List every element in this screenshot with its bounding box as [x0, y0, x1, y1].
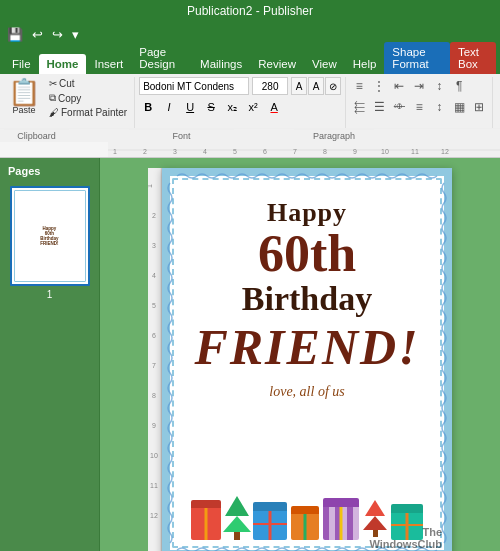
vertical-ruler: 1 2 3 4 5 6 7 8 9 10 11 12 — [148, 168, 162, 551]
card-birthday-text: Birthday — [242, 280, 372, 318]
paste-button[interactable]: 📋 Paste — [4, 77, 44, 117]
horizontal-ruler: // ticks will be drawn inline 1 2 3 4 5 … — [0, 142, 500, 158]
svg-text:7: 7 — [152, 362, 156, 369]
tab-help[interactable]: Help — [345, 54, 385, 74]
strikethrough-button[interactable]: S — [202, 98, 220, 116]
tree-trunk — [234, 532, 240, 540]
font-size-increase[interactable]: A — [291, 77, 307, 95]
card-happy-text: Happy — [267, 198, 347, 228]
subscript-icon: x₂ — [227, 101, 237, 114]
publication-card[interactable]: Happy 60th Birthday FRIEND! love, all of… — [162, 168, 452, 551]
v-ruler-svg: 1 2 3 4 5 6 7 8 9 10 11 12 — [148, 168, 162, 551]
svg-text:11: 11 — [411, 148, 419, 155]
italic-button[interactable]: I — [160, 98, 178, 116]
gift-ribbon-v-3 — [269, 511, 272, 540]
font-group: A A ⊘ B I U S x₂ x² A — [135, 77, 346, 128]
svg-text:10: 10 — [150, 452, 158, 459]
tab-view[interactable]: View — [304, 54, 345, 74]
save-quick-btn[interactable]: 💾 — [4, 27, 26, 42]
paragraph-group-label: Paragraph — [294, 129, 374, 142]
font-name-input[interactable] — [139, 77, 249, 95]
customize-quick-access[interactable]: ▾ — [69, 27, 82, 42]
copy-button[interactable]: ⧉ Copy — [46, 91, 130, 105]
subscript-button[interactable]: x₂ — [223, 98, 241, 116]
ruler-svg: // ticks will be drawn inline 1 2 3 4 5 … — [108, 142, 500, 158]
tab-shape-format[interactable]: Shape Format — [384, 42, 450, 74]
numbering-button[interactable]: ⋮ — [370, 77, 388, 95]
copy-icon: ⧉ — [49, 92, 56, 104]
tab-file[interactable]: File — [4, 54, 39, 74]
svg-text:9: 9 — [353, 148, 357, 155]
shading-button[interactable]: ▦ — [450, 98, 468, 116]
tab-mailings[interactable]: Mailings — [192, 54, 250, 74]
clear-formatting[interactable]: ⊘ — [325, 77, 341, 95]
justify-button[interactable]: ≡ — [410, 98, 428, 116]
svg-text:1: 1 — [148, 184, 153, 188]
watermark-line1: The — [369, 526, 442, 538]
gift-box-1 — [191, 508, 221, 540]
canvas-area[interactable]: 1 2 3 4 5 6 7 8 9 10 11 12 — [100, 158, 500, 551]
ruler-marks: // ticks will be drawn inline 1 2 3 4 5 … — [108, 142, 500, 158]
svg-text:6: 6 — [152, 332, 156, 339]
workspace: Pages Happy60thBirthdayFRIEND! 1 1 2 3 4… — [0, 158, 500, 551]
superscript-icon: x² — [249, 101, 258, 113]
bullets-button[interactable]: ≡ — [350, 77, 368, 95]
app-title: Publication2 - Publisher — [187, 4, 313, 18]
bold-icon: B — [144, 101, 152, 113]
format-painter-button[interactable]: 🖌 Format Painter — [46, 106, 130, 119]
undo-btn[interactable]: ↩ — [29, 27, 46, 42]
watermark-line2: WindowsClub — [369, 538, 442, 550]
font-size-input[interactable] — [252, 77, 288, 95]
tab-text-box[interactable]: Text Box — [450, 42, 496, 74]
align-left-button[interactable]: ⬱ — [350, 98, 368, 116]
indent-decrease[interactable]: ⇤ — [390, 77, 408, 95]
cut-button[interactable]: ✂ Cut — [46, 77, 130, 90]
page-thumbnail-1[interactable]: Happy60thBirthdayFRIEND! — [10, 186, 90, 286]
gift-box-4 — [291, 514, 319, 540]
align-center-button[interactable]: ☰ — [370, 98, 388, 116]
card-text-content: Happy 60th Birthday FRIEND! love, all of… — [172, 178, 442, 400]
title-bar: Publication2 - Publisher — [0, 0, 500, 22]
pages-panel: Pages Happy60thBirthdayFRIEND! 1 — [0, 158, 100, 551]
tab-page-design[interactable]: Page Design — [131, 42, 192, 74]
paste-icon: 📋 — [8, 79, 40, 105]
indent-increase[interactable]: ⇥ — [410, 77, 428, 95]
strikethrough-icon: S — [207, 101, 214, 113]
pages-label: Pages — [4, 162, 95, 180]
format-painter-label: Format Painter — [61, 107, 127, 118]
paragraph-group: ≡ ⋮ ⇤ ⇥ ↕ ¶ ⬱ ☰ ⬲ ≡ ↕ ▦ ⊞ — [346, 77, 493, 128]
superscript-button[interactable]: x² — [244, 98, 262, 116]
gift-item-5 — [323, 498, 359, 540]
sort-button[interactable]: ↕ — [430, 77, 448, 95]
clipboard-group-label: Clipboard — [4, 129, 69, 142]
show-hide-button[interactable]: ¶ — [450, 77, 468, 95]
gift-box-3 — [253, 511, 287, 540]
cut-copy-column: ✂ Cut ⧉ Copy 🖌 Format Painter — [46, 77, 130, 119]
font-color-button[interactable]: A — [265, 98, 283, 116]
tab-review[interactable]: Review — [250, 54, 304, 74]
svg-text:4: 4 — [203, 148, 207, 155]
para-row1: ≡ ⋮ ⇤ ⇥ ↕ ¶ — [350, 77, 488, 95]
svg-text:9: 9 — [152, 422, 156, 429]
font-color-icon: A — [270, 101, 277, 113]
align-right-button[interactable]: ⬲ — [390, 98, 408, 116]
tab-insert[interactable]: Insert — [86, 54, 131, 74]
svg-text:6: 6 — [263, 148, 267, 155]
svg-text:8: 8 — [152, 392, 156, 399]
svg-text:2: 2 — [152, 212, 156, 219]
font-size-decrease[interactable]: A — [308, 77, 324, 95]
tree-top — [225, 496, 249, 516]
gift-item-3 — [253, 502, 287, 540]
redo-btn[interactable]: ↪ — [49, 27, 66, 42]
line-spacing-button[interactable]: ↕ — [430, 98, 448, 116]
borders-button[interactable]: ⊞ — [470, 98, 488, 116]
bold-button[interactable]: B — [139, 98, 157, 116]
ribbon-content: 📋 Paste ✂ Cut ⧉ Copy 🖌 Format Painter — [0, 74, 500, 142]
gift-item-1 — [191, 500, 221, 540]
para-row2: ⬱ ☰ ⬲ ≡ ↕ ▦ ⊞ — [350, 98, 488, 116]
svg-text:10: 10 — [381, 148, 389, 155]
gift-lid-1 — [191, 500, 221, 508]
gift-tree-1 — [225, 496, 249, 540]
tab-home[interactable]: Home — [39, 54, 87, 74]
underline-button[interactable]: U — [181, 98, 199, 116]
